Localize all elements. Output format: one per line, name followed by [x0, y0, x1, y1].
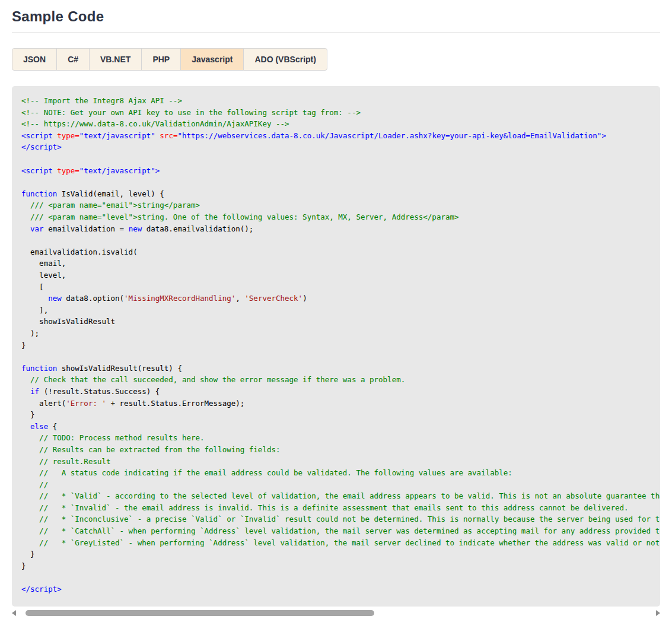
code-line: // * `Inconclusive` - a precise `Valid` …: [21, 513, 651, 525]
code-line: // * `CatchAll` - when performing `Addre…: [21, 525, 651, 537]
code-line: [21, 234, 651, 246]
code-line: <!-- https://www.data-8.co.uk/Validation…: [21, 118, 651, 130]
code-block[interactable]: <!-- Import the Integr8 Ajax API --><!--…: [12, 86, 660, 607]
code-line: }: [21, 548, 651, 560]
code-line: );: [21, 328, 651, 339]
code-line: function IsValid(email, level) {: [21, 188, 651, 200]
scroll-right-arrow-icon[interactable]: [656, 610, 660, 616]
code-line: showIsValidResult: [21, 316, 651, 328]
code-line: var emailvalidation = new data8.emailval…: [21, 223, 651, 235]
code-line: }: [21, 409, 651, 421]
code-line: // TODO: Process method results here.: [21, 432, 651, 444]
code-line: [: [21, 281, 651, 293]
scrollbar-track[interactable]: [19, 610, 653, 616]
code-line: // * `Valid` - according to the selected…: [21, 490, 651, 502]
divider: [12, 32, 660, 33]
tab-javascript[interactable]: Javascript: [180, 48, 244, 71]
code-line: [21, 176, 651, 188]
code-line: </script>: [21, 141, 651, 153]
code-line: else {: [21, 421, 651, 433]
code-line: email,: [21, 258, 651, 269]
tab-php[interactable]: PHP: [141, 48, 181, 71]
code-line: // Check that the call succeeded, and sh…: [21, 374, 651, 386]
tabs: JSONC#VB.NETPHPJavascriptADO (VBScript): [12, 48, 660, 71]
code-line: <!-- Import the Integr8 Ajax API -->: [21, 95, 651, 107]
code-line: </script>: [21, 583, 651, 595]
page-title: Sample Code: [12, 8, 660, 25]
code-line: ],: [21, 304, 651, 316]
code-line: // * `GreyListed` - when performing `Add…: [21, 537, 651, 549]
code-line: alert('Error: ' + result.Status.ErrorMes…: [21, 398, 651, 410]
code-line: function showIsValidResult(result) {: [21, 363, 651, 374]
code-line: //: [21, 479, 651, 491]
code-line: <!-- NOTE: Get your own API key to use i…: [21, 107, 651, 119]
code-line: new data8.option('MissingMXRecordHandlin…: [21, 293, 651, 304]
scrollbar-thumb[interactable]: [26, 610, 374, 616]
page: Sample Code JSONC#VB.NETPHPJavascriptADO…: [0, 8, 672, 617]
code-line: // result.Result: [21, 456, 651, 468]
code-line: [21, 572, 651, 583]
horizontal-scrollbar[interactable]: [12, 609, 660, 617]
code-line: <script type="text/javascript" src="http…: [21, 130, 651, 142]
tab-ado-vbscript[interactable]: ADO (VBScript): [243, 48, 327, 71]
code-line: emailvalidation.isvalid(: [21, 246, 651, 258]
code-line: [21, 351, 651, 363]
code-line: level,: [21, 269, 651, 281]
code-line: <script type="text/javascript">: [21, 165, 651, 177]
tab-csharp[interactable]: C#: [56, 48, 90, 71]
code-line: if (!result.Status.Success) {: [21, 386, 651, 398]
code-line: /// <param name="level">string. One of t…: [21, 211, 651, 223]
scroll-left-arrow-icon[interactable]: [12, 610, 16, 616]
code-line: }: [21, 339, 651, 351]
code-line: }: [21, 560, 651, 572]
code-line: [21, 153, 651, 165]
code-line: // Results can be extracted from the fol…: [21, 444, 651, 456]
tab-json[interactable]: JSON: [12, 48, 57, 71]
code-line: /// <param name="email">string</param>: [21, 199, 651, 211]
tab-vbnet[interactable]: VB.NET: [89, 48, 142, 71]
code-line: // A status code indicating if the email…: [21, 467, 651, 479]
code-line: // * `Invalid` - the email address is in…: [21, 502, 651, 514]
